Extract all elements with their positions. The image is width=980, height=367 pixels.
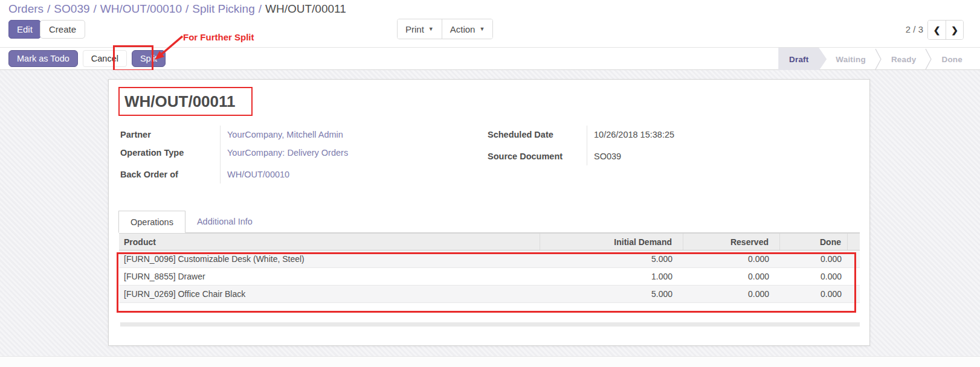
notebook-tabs: Operations Additional Info	[118, 211, 860, 233]
pager-value: 2 / 3	[893, 24, 923, 34]
breadcrumb-separator: /	[90, 2, 100, 15]
done-cell: 0.000	[780, 286, 848, 302]
record-title: WH/OUT/00011	[120, 92, 236, 111]
done-cell: 0.000	[780, 268, 848, 285]
mark-as-todo-button[interactable]: Mark as Todo	[8, 50, 78, 67]
breadcrumb-so039[interactable]: SO039	[54, 2, 89, 15]
edit-button[interactable]: Edit	[8, 20, 41, 39]
table-row[interactable]: [FURN_0096] Customizable Desk (White, St…	[119, 251, 860, 268]
initial-demand-cell: 1.000	[540, 268, 683, 285]
caret-down-icon: ▼	[428, 27, 434, 32]
breadcrumb-split-picking[interactable]: Split Picking	[192, 2, 255, 15]
print-dropdown-label: Print	[405, 24, 424, 34]
pager: ❮ ❯	[927, 20, 964, 40]
statusbar: Mark as Todo Cancel Split Draft Waiting …	[0, 47, 980, 70]
breadcrumb-current: WH/OUT/00011	[265, 2, 346, 15]
row-spacer	[848, 251, 860, 267]
footer-strip	[0, 356, 980, 367]
field-labels: Scheduled Date Source Document	[488, 126, 587, 165]
back-order-of-label: Back Order of	[120, 170, 178, 179]
breadcrumb-separator: /	[44, 2, 54, 15]
column-header-done[interactable]: Done	[780, 234, 848, 250]
status-steps: Draft Waiting Ready Done	[778, 48, 972, 71]
product-cell: [FURN_0269] Office Chair Black	[119, 286, 540, 302]
statusbar-buttons: Mark as Todo Cancel Split	[8, 50, 166, 67]
title-highlight-box: WH/OUT/00011	[118, 87, 253, 116]
table-row[interactable]: [FURN_8855] Drawer 1.000 0.000 0.000	[119, 268, 860, 286]
control-panel: Orders/SO039/WH/OUT/00010/Split Picking/…	[0, 0, 980, 47]
breadcrumb-orders[interactable]: Orders	[8, 2, 44, 15]
print-dropdown[interactable]: Print ▼	[398, 19, 442, 39]
partner-label: Partner	[120, 130, 151, 139]
breadcrumb-wh-out-00010[interactable]: WH/OUT/00010	[100, 2, 182, 15]
create-button[interactable]: Create	[40, 20, 85, 39]
status-step-draft: Draft	[778, 48, 827, 71]
row-spacer	[848, 286, 860, 302]
table-row[interactable]: [FURN_0269] Office Chair Black 5.000 0.0…	[119, 286, 860, 303]
field-group-right: Scheduled Date Source Document 10/26/201…	[488, 126, 841, 165]
source-document-value: SO039	[587, 152, 621, 161]
tab-operations[interactable]: Operations	[118, 211, 185, 233]
tab-additional-info[interactable]: Additional Info	[185, 210, 264, 232]
chevron-left-icon: ❮	[933, 25, 941, 35]
source-document-label: Source Document	[488, 152, 563, 161]
done-cell: 0.000	[780, 251, 848, 267]
operation-type-value[interactable]: YourCompany: Delivery Orders	[221, 148, 348, 158]
print-action-group: Print ▼ Action ▼	[397, 19, 493, 39]
section-divider	[120, 322, 860, 327]
column-header-product[interactable]: Product	[119, 234, 540, 250]
pager-previous-button[interactable]: ❮	[928, 21, 946, 39]
initial-demand-cell: 5.000	[540, 251, 683, 267]
pager-next-button[interactable]: ❯	[946, 21, 963, 39]
status-step-done[interactable]: Done	[932, 55, 972, 64]
scheduled-date-value: 10/26/2018 15:38:25	[587, 130, 674, 139]
initial-demand-cell: 5.000	[540, 286, 683, 302]
status-step-ready[interactable]: Ready	[882, 55, 926, 64]
status-step-waiting[interactable]: Waiting	[827, 55, 875, 64]
chevron-right-icon: ❯	[951, 25, 958, 35]
action-dropdown[interactable]: Action ▼	[442, 19, 493, 39]
breadcrumb-separator: /	[255, 2, 265, 15]
column-header-initial-demand[interactable]: Initial Demand	[540, 234, 683, 250]
breadcrumb-separator: /	[182, 2, 192, 15]
action-dropdown-label: Action	[450, 24, 475, 34]
reserved-cell: 0.000	[683, 268, 780, 285]
field-labels: Partner Operation Type Back Order of	[120, 126, 220, 183]
breadcrumb: Orders/SO039/WH/OUT/00010/Split Picking/…	[8, 2, 346, 16]
column-header-spacer	[848, 234, 860, 250]
product-cell: [FURN_8855] Drawer	[119, 268, 540, 285]
column-header-reserved[interactable]: Reserved	[683, 234, 780, 250]
step-chevron-icon	[875, 48, 882, 71]
operations-table: Product Initial Demand Reserved Done [FU…	[119, 233, 860, 303]
caret-down-icon: ▼	[479, 27, 485, 32]
reserved-cell: 0.000	[683, 251, 780, 267]
field-values: YourCompany, Mitchell Admin YourCompany:…	[220, 126, 474, 183]
back-order-of-value[interactable]: WH/OUT/00010	[221, 170, 289, 179]
operation-type-label: Operation Type	[120, 148, 184, 158]
product-cell: [FURN_0096] Customizable Desk (White, St…	[119, 251, 540, 267]
content-area: WH/OUT/00011 Partner Operation Type Back…	[0, 70, 980, 356]
reserved-cell: 0.000	[683, 286, 780, 302]
step-chevron-icon	[925, 48, 932, 71]
field-group-left: Partner Operation Type Back Order of You…	[120, 126, 474, 183]
scheduled-date-label: Scheduled Date	[488, 130, 553, 139]
form-sheet: WH/OUT/00011 Partner Operation Type Back…	[108, 79, 870, 346]
row-spacer	[848, 268, 860, 285]
table-header-row: Product Initial Demand Reserved Done	[119, 233, 860, 251]
field-values: 10/26/2018 15:38:25 SO039	[587, 126, 841, 165]
odoo-form-view: Orders/SO039/WH/OUT/00010/Split Picking/…	[0, 0, 980, 367]
split-button[interactable]: Split	[132, 50, 166, 67]
cancel-button[interactable]: Cancel	[83, 50, 127, 67]
partner-value[interactable]: YourCompany, Mitchell Admin	[221, 130, 343, 139]
